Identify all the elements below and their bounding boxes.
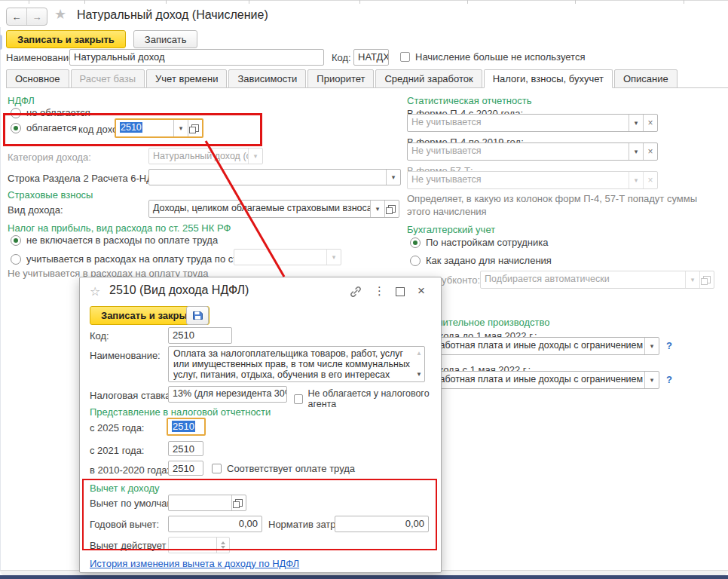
clear-icon[interactable]: [643, 115, 657, 131]
account-combo[interactable]: Подбирается автоматически: [480, 271, 714, 289]
radio-not-included[interactable]: не включается в расходы по оплате труда: [11, 234, 218, 246]
profit-group-header: Налог на прибыль, вид расхода по ст. 255…: [8, 222, 231, 234]
open-button[interactable]: [231, 495, 246, 510]
help-icon[interactable]: [666, 340, 672, 351]
wage-match-checkbox[interactable]: Соответствует оплате труда: [212, 463, 355, 474]
section6-combo[interactable]: [148, 169, 401, 185]
not-used-label: Начисление больше не используется: [415, 51, 585, 63]
dropdown-arrow-icon[interactable]: [370, 201, 384, 217]
category-value[interactable]: Натуральный доход (основной): [149, 149, 248, 164]
dropdown-arrow-icon[interactable]: [685, 271, 699, 288]
dropdown-arrow-icon[interactable]: [173, 120, 188, 136]
income-code-combo[interactable]: 2510: [115, 118, 203, 138]
name-input[interactable]: Натуральный доход: [69, 49, 324, 66]
tab-raschet-bazy[interactable]: Расчет базы: [71, 69, 145, 88]
radio-not-taxed[interactable]: не облагается: [11, 107, 90, 118]
radio-taxed[interactable]: облагается: [11, 122, 77, 133]
section6-value[interactable]: [149, 170, 386, 185]
app-window: Натуральный доход (Начисление) Записать …: [0, 0, 728, 579]
save-close-button[interactable]: Записать и закрыть: [6, 30, 126, 48]
category-combo[interactable]: Натуральный доход (основной): [148, 148, 263, 164]
clear-icon[interactable]: [643, 143, 657, 160]
open-icon: [235, 499, 243, 507]
save-button[interactable]: Записать: [133, 30, 198, 48]
code-input[interactable]: НАТДХ: [353, 49, 389, 66]
article-combo[interactable]: [234, 249, 341, 265]
tab-sredniy-zarabotok[interactable]: Средний заработок: [375, 69, 482, 88]
maximize-icon[interactable]: [396, 287, 405, 296]
floppy-icon: [192, 310, 203, 321]
y2021-input[interactable]: 2510: [168, 441, 203, 456]
back-button[interactable]: [7, 8, 26, 25]
radio-as-assigned[interactable]: Как задано для начисления: [410, 255, 552, 266]
since-may-combo[interactable]: Заработная плата и иные доходы с огранич…: [419, 371, 659, 389]
dropdown-arrow-icon[interactable]: [386, 170, 400, 185]
before-may-value[interactable]: Заработная плата и иные доходы с огранич…: [420, 338, 644, 354]
window-left-edge: [0, 27, 1, 571]
scroll-down-icon[interactable]: [416, 369, 422, 380]
tab-zavisimosti[interactable]: Зависимости: [228, 69, 306, 88]
income-kind-value[interactable]: Доходы, целиком облагаемые страховыми вз…: [149, 201, 370, 217]
date-spinner[interactable]: [216, 538, 229, 553]
dropdown-arrow-icon[interactable]: [629, 115, 643, 131]
valid-from-date-input[interactable]: [168, 537, 230, 553]
code-label: Код:: [332, 52, 351, 63]
dropdown-arrow-icon[interactable]: [629, 143, 643, 160]
not-used-checkbox[interactable]: Начисление больше не используется: [400, 51, 585, 63]
dialog-save-icon-button[interactable]: [186, 306, 209, 325]
income-code-text[interactable]: 2510: [116, 120, 173, 136]
since-may-value[interactable]: Заработная плата и иные доходы с огранич…: [420, 372, 644, 388]
tab-osnovnoe[interactable]: Основное: [6, 69, 69, 88]
account-placeholder[interactable]: Подбирается автоматически: [481, 271, 685, 288]
stat-group-header: Статистическая отчетность: [407, 95, 532, 106]
dlg-name-textarea[interactable]: Оплата за налогоплательщика товаров, раб…: [168, 346, 425, 382]
favorite-star-icon[interactable]: [90, 284, 100, 299]
dropdown-arrow-icon[interactable]: [248, 149, 262, 164]
p4-2020-combo[interactable]: Не учитывается: [407, 114, 658, 132]
radio-by-employee[interactable]: По настройкам сотрудника: [410, 237, 548, 248]
dlg-rate-input[interactable]: 13% (для нерезидента 30%): [168, 386, 287, 403]
income-kind-combo[interactable]: Доходы, целиком облагаемые страховыми вз…: [148, 200, 399, 218]
forward-button[interactable]: [26, 8, 47, 25]
dropdown-arrow-icon[interactable]: [629, 172, 643, 188]
f57-combo[interactable]: Не учитывается: [407, 171, 658, 189]
open-icon: [388, 205, 396, 213]
tab-nalogi-vznosy[interactable]: Налоги, взносы, бухучет: [484, 69, 613, 88]
y2010-input[interactable]: 2510: [168, 461, 203, 476]
tab-prioritet[interactable]: Приоритет: [307, 69, 374, 88]
article-value[interactable]: [234, 250, 326, 265]
norm-input[interactable]: 0,00: [335, 516, 429, 532]
favorite-star-icon[interactable]: [54, 6, 66, 23]
tab-opisanie[interactable]: Описание: [614, 69, 678, 88]
tab-uchet-vremeni[interactable]: Учет времени: [146, 69, 227, 88]
valid-from-value[interactable]: [169, 538, 216, 553]
deduction-history-link[interactable]: История изменения вычета к доходу по НДФ…: [90, 558, 299, 569]
p4-2019-combo[interactable]: Не учитывается: [407, 142, 658, 161]
dropdown-arrow-icon[interactable]: [644, 338, 659, 354]
clear-icon[interactable]: [643, 172, 657, 188]
stat-note-line2: этого начисления: [407, 206, 487, 217]
open-button[interactable]: [188, 120, 202, 136]
radio-included-by-article[interactable]: учитывается в расходах на оплату труда п…: [11, 253, 261, 265]
open-button[interactable]: [384, 201, 399, 217]
help-icon[interactable]: [666, 374, 672, 385]
dlg-code-input[interactable]: 2510: [168, 327, 232, 344]
open-button[interactable]: [699, 271, 714, 288]
y2025-input[interactable]: 2510: [167, 418, 206, 436]
radio-label: учитывается в расходах на оплату труда п…: [26, 253, 261, 265]
agent-checkbox[interactable]: Не облагается у налогового агента: [294, 388, 441, 409]
p4-2019-placeholder[interactable]: Не учитывается: [408, 143, 629, 160]
p4-2020-placeholder[interactable]: Не учитывается: [408, 115, 629, 131]
dropdown-arrow-icon[interactable]: [326, 250, 341, 265]
default-deduction-value[interactable]: [169, 495, 231, 510]
close-icon[interactable]: [418, 284, 425, 297]
link-icon[interactable]: [349, 285, 362, 299]
default-deduction-combo[interactable]: [168, 495, 246, 511]
annual-deduction-input[interactable]: 0,00: [168, 516, 262, 532]
before-may-combo[interactable]: Заработная плата и иные доходы с огранич…: [419, 337, 659, 355]
f57-placeholder[interactable]: Не учитывается: [408, 172, 629, 188]
scroll-up-icon[interactable]: [416, 348, 422, 359]
top-grid-tick: [467, 0, 468, 4]
more-menu-icon[interactable]: [374, 284, 384, 298]
dropdown-arrow-icon[interactable]: [644, 372, 659, 388]
